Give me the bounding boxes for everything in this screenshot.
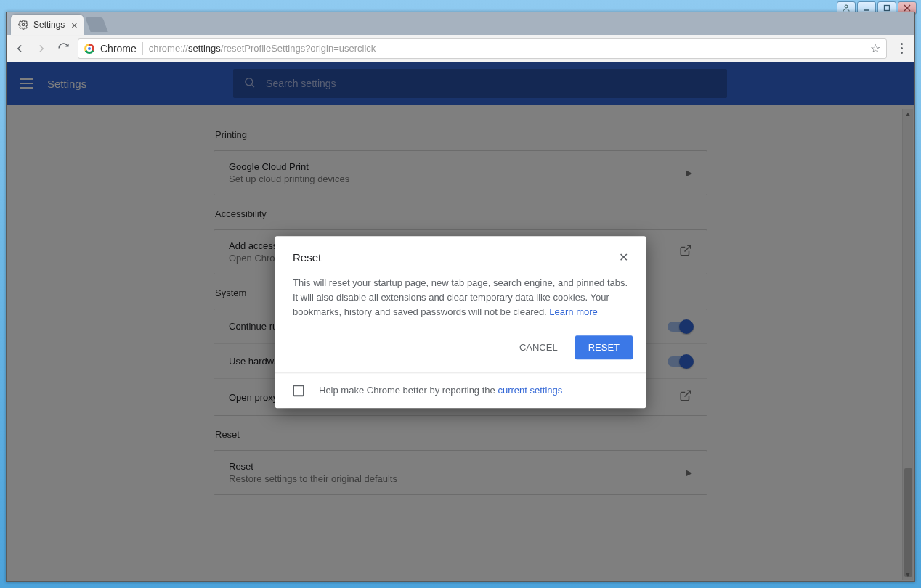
dialog-title: Reset xyxy=(293,251,619,264)
back-button[interactable] xyxy=(12,41,27,56)
gear-icon xyxy=(18,20,28,30)
current-settings-link[interactable]: current settings xyxy=(498,385,562,396)
os-window-frame: Settings × Chrome chrome://settings/rese… xyxy=(0,0,921,588)
cancel-button[interactable]: Cancel xyxy=(509,335,568,359)
page-content: Settings Printing Google Cloud Print xyxy=(7,62,914,581)
browser-toolbar: Chrome chrome://settings/resetProfileSet… xyxy=(7,35,914,62)
tab-title: Settings xyxy=(33,20,65,30)
close-icon[interactable]: × xyxy=(69,20,79,30)
report-settings-checkbox[interactable] xyxy=(293,385,304,396)
address-bar[interactable]: Chrome chrome://settings/resetProfileSet… xyxy=(78,38,887,59)
svg-point-0 xyxy=(845,5,848,8)
browser-tab[interactable]: Settings × xyxy=(11,15,84,35)
svg-point-5 xyxy=(22,23,25,26)
omnibox-url: chrome://settings/resetProfileSettings?o… xyxy=(149,43,864,54)
browser-menu-button[interactable] xyxy=(894,43,909,54)
new-tab-button[interactable] xyxy=(86,17,108,32)
dialog-footer-text: Help make Chrome better by reporting the… xyxy=(319,385,562,396)
omnibox-origin-label: Chrome xyxy=(100,43,137,54)
footer-text-part: Help make Chrome better by reporting the xyxy=(319,385,498,396)
chrome-icon xyxy=(84,44,94,54)
reset-dialog: Reset ✕ This will reset your startup pag… xyxy=(275,236,646,408)
forward-button[interactable] xyxy=(34,41,49,56)
omnibox-separator xyxy=(142,42,143,55)
dialog-body: This will reset your startup page, new t… xyxy=(275,270,646,328)
svg-rect-2 xyxy=(885,6,890,11)
star-icon[interactable]: ☆ xyxy=(870,41,880,55)
browser-window: Settings × Chrome chrome://settings/rese… xyxy=(6,12,915,582)
learn-more-link[interactable]: Learn more xyxy=(549,306,597,317)
reload-button[interactable] xyxy=(56,41,70,56)
close-icon[interactable]: ✕ xyxy=(619,250,628,264)
reset-button[interactable]: Reset xyxy=(575,335,633,359)
tab-strip: Settings × xyxy=(7,12,914,35)
